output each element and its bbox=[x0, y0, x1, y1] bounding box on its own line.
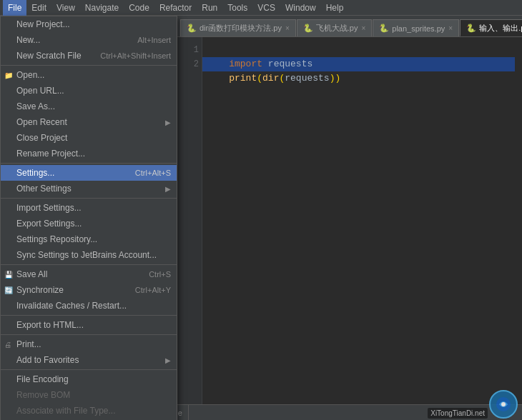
svg-point-1 bbox=[501, 402, 506, 406]
menubar-help[interactable]: Help bbox=[321, 0, 349, 16]
menu-synchronize[interactable]: 🔄 Synchronize Ctrl+Alt+Y bbox=[1, 282, 177, 298]
sync-icon: 🔄 bbox=[4, 286, 13, 294]
menu-save-all[interactable]: 💾 Save All Ctrl+S bbox=[1, 266, 177, 282]
tabs-bar: 🐍 dir函数打印模块方法.py × 🐍 飞机大战.py × 🐍 plan_sp… bbox=[177, 16, 522, 37]
line-number-gutter: 1 2 bbox=[177, 37, 202, 404]
menu-export-html[interactable]: Export to HTML... bbox=[1, 317, 177, 333]
menu-remove-bom: Remove BOM bbox=[1, 387, 177, 403]
menubar-refactor[interactable]: Refactor bbox=[154, 0, 197, 16]
menu-associate-file-type: Associate with File Type... bbox=[1, 403, 177, 419]
tab-close-0[interactable]: × bbox=[285, 24, 290, 32]
watermark: XiTongTianDi.net bbox=[489, 390, 518, 419]
folder-icon: 📁 bbox=[4, 71, 13, 79]
menu-separator-3 bbox=[1, 198, 177, 199]
python-file-icon: 🐍 bbox=[187, 24, 197, 33]
submenu-arrow: ▶ bbox=[165, 119, 171, 126]
menu-separator-2 bbox=[1, 163, 177, 164]
menu-import-settings[interactable]: Import Settings... bbox=[1, 200, 177, 216]
menu-rename-project[interactable]: Rename Project... bbox=[1, 146, 177, 161]
menu-open[interactable]: 📁 Open... bbox=[1, 67, 177, 83]
menu-other-settings[interactable]: Other Settings ▶ bbox=[1, 181, 177, 196]
menu-file-encoding[interactable]: File Encoding bbox=[1, 371, 177, 387]
menubar-navigate[interactable]: Navigate bbox=[80, 0, 124, 16]
menubar-edit[interactable]: Edit bbox=[26, 0, 51, 16]
menubar-vcs[interactable]: VCS bbox=[252, 0, 280, 16]
menu-new-scratch-file[interactable]: New Scratch File Ctrl+Alt+Shift+Insert bbox=[1, 48, 177, 64]
watermark-logo bbox=[489, 390, 518, 419]
menu-invalidate-caches[interactable]: Invalidate Caches / Restart... bbox=[1, 298, 177, 314]
tab-plan-sprites[interactable]: 🐍 plan_sprites.py × bbox=[373, 19, 459, 36]
menu-separator-7 bbox=[1, 369, 177, 370]
menu-close-project[interactable]: Close Project bbox=[1, 130, 177, 146]
menubar-window[interactable]: Window bbox=[280, 0, 321, 16]
menubar-code[interactable]: Code bbox=[124, 0, 154, 16]
python-file-icon-3: 🐍 bbox=[379, 24, 389, 33]
editor-content[interactable]: import requests print(dir(requests)) bbox=[202, 37, 515, 404]
line-number-1: 1 bbox=[177, 43, 199, 57]
favorites-arrow: ▶ bbox=[165, 356, 171, 364]
menubar-run[interactable]: Run bbox=[197, 0, 222, 16]
menu-separator-5 bbox=[1, 315, 177, 316]
menu-export-settings[interactable]: Export Settings... bbox=[1, 216, 177, 231]
tab-close-2[interactable]: × bbox=[448, 24, 453, 32]
python-file-icon-2: 🐍 bbox=[303, 24, 313, 33]
other-settings-arrow: ▶ bbox=[165, 185, 171, 193]
print-icon: 🖨 bbox=[4, 341, 11, 349]
menubar-file[interactable]: File bbox=[3, 0, 26, 16]
menu-print[interactable]: 🖨 Print... bbox=[1, 336, 177, 352]
menu-new-project[interactable]: New Project... bbox=[1, 16, 177, 32]
menu-separator-1 bbox=[1, 65, 177, 66]
menu-open-url[interactable]: Open URL... bbox=[1, 83, 177, 99]
tab-close-1[interactable]: × bbox=[361, 24, 365, 32]
code-line-1: import requests bbox=[202, 43, 515, 57]
menubar-view[interactable]: View bbox=[51, 0, 80, 16]
menu-open-recent[interactable]: Open Recent ▶ bbox=[1, 114, 177, 130]
menu-settings-repository[interactable]: Settings Repository... bbox=[1, 231, 177, 247]
file-dropdown-menu: New Project... New... Alt+Insert New Scr… bbox=[0, 16, 177, 420]
tab-input-output[interactable]: 🐍 输入、输出.py × bbox=[460, 19, 522, 36]
save-icon: 💾 bbox=[4, 271, 13, 279]
menubar-tools[interactable]: Tools bbox=[222, 0, 252, 16]
menu-new[interactable]: New... Alt+Insert bbox=[1, 32, 177, 48]
python-file-icon-4: 🐍 bbox=[466, 24, 476, 33]
menu-separator-4 bbox=[1, 264, 177, 265]
line-number-2: 2 bbox=[177, 57, 199, 71]
menubar: File Edit View Navigate Code Refactor Ru… bbox=[0, 0, 522, 16]
menu-add-to-favorites[interactable]: Add to Favorites ▶ bbox=[1, 352, 177, 368]
menu-separator-6 bbox=[1, 334, 177, 335]
tab-fighter[interactable]: 🐍 飞机大战.py × bbox=[297, 19, 373, 36]
menu-sync-settings[interactable]: Sync Settings to JetBrains Account... bbox=[1, 247, 177, 263]
menu-settings[interactable]: Settings... Ctrl+Alt+S bbox=[1, 165, 177, 181]
menu-save-as[interactable]: Save As... bbox=[1, 99, 177, 114]
tab-dir-functions[interactable]: 🐍 dir函数打印模块方法.py × bbox=[180, 19, 296, 36]
